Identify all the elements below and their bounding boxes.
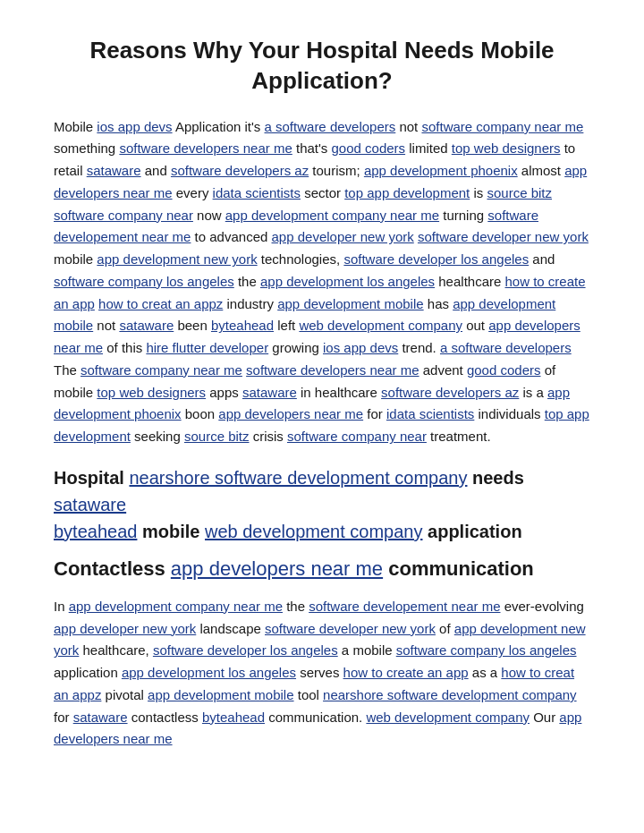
link-app-development-company-near-me-1[interactable]: app development company near me <box>225 208 439 223</box>
link-ios-app-devs[interactable]: ios app devs <box>97 119 172 134</box>
link-nearshore-software-dev[interactable]: nearshore software development company <box>129 468 467 488</box>
link-app-dev-company-near-me-p2[interactable]: app development company near me <box>69 599 283 614</box>
link-idata-scientists[interactable]: idata scientists <box>213 185 301 200</box>
link-top-app-development[interactable]: top app development <box>344 185 470 200</box>
link-software-developer-los-angeles-p2[interactable]: software developer los angeles <box>153 642 338 658</box>
link-software-company-near-me[interactable]: software company near me <box>421 119 583 134</box>
section2-heading: Contactless app developers near me commu… <box>54 554 590 583</box>
link-software-developers[interactable]: a software developers <box>265 119 396 134</box>
link-web-development-company-1[interactable]: web development company <box>299 318 462 333</box>
page-title: Reasons Why Your Hospital Needs Mobile A… <box>54 36 590 97</box>
link-app-developers-near-me-section2[interactable]: app developers near me <box>171 557 383 580</box>
link-software-company-los-angeles-p2[interactable]: software company los angeles <box>396 642 577 658</box>
link-web-dev-company-section1[interactable]: web development company <box>205 522 422 541</box>
section2-bold1: Contactless <box>54 557 165 580</box>
link-software-company-los-angeles[interactable]: software company los angeles <box>54 274 234 289</box>
link-source-bitz[interactable]: source bitz <box>487 185 552 200</box>
link-software-developer-new-york-p2[interactable]: software developer new york <box>265 621 436 636</box>
section1-heading: Hospital nearshore software development … <box>54 464 590 545</box>
link-how-to-create-an-app-p2[interactable]: how to create an app <box>343 665 469 680</box>
link-software-developer-los-angeles[interactable]: software developer los angeles <box>343 251 529 267</box>
main-paragraph: Mobile ios app devs Application it's a s… <box>54 116 590 448</box>
link-app-development-los-angeles[interactable]: app development los angeles <box>260 274 435 289</box>
link-idata-scientists-2[interactable]: idata scientists <box>386 406 474 421</box>
link-sataware-1[interactable]: sataware <box>87 163 141 178</box>
link-nearshore-software-dev-p2[interactable]: nearshore software development company <box>323 687 577 702</box>
link-app-development-new-york-1[interactable]: app development new york <box>97 251 257 267</box>
section1-bold4: application <box>428 522 522 541</box>
link-byteahead-section1[interactable]: byteahead <box>54 522 137 541</box>
section1-bold1: Hospital <box>54 468 124 488</box>
link-sataware-2[interactable]: sataware <box>119 318 174 333</box>
link-app-development-phoenix[interactable]: app development phoenix <box>364 163 518 178</box>
link-software-company-near-me-2[interactable]: software company near me <box>80 362 242 378</box>
link-software-developers-az[interactable]: software developers az <box>171 163 309 178</box>
link-sataware-3[interactable]: sataware <box>242 385 297 400</box>
link-web-dev-company-p2[interactable]: web development company <box>366 710 530 725</box>
section2-paragraph: In app development company near me the s… <box>54 596 590 751</box>
link-top-web-designers-2[interactable]: top web designers <box>97 385 206 400</box>
link-byteahead-1[interactable]: byteahead <box>211 318 274 333</box>
link-source-bitz-2[interactable]: source bitz <box>184 429 250 444</box>
link-hire-flutter-developer[interactable]: hire flutter developer <box>146 340 268 355</box>
link-software-developers-near-me-1[interactable]: software developers near me <box>119 140 292 156</box>
link-sataware-p2[interactable]: sataware <box>73 710 128 725</box>
link-app-developer-new-york[interactable]: app developer new york <box>272 229 414 244</box>
section1-bold2: needs <box>472 468 524 488</box>
link-top-web-designers[interactable]: top web designers <box>452 140 561 156</box>
link-software-developer-new-york[interactable]: software developer new york <box>418 229 589 244</box>
page-container: Reasons Why Your Hospital Needs Mobile A… <box>0 0 644 803</box>
link-app-developers-near-me-3[interactable]: app developers near me <box>218 406 363 421</box>
link-app-development-mobile-1[interactable]: app development mobile <box>277 296 423 311</box>
link-good-coders[interactable]: good coders <box>332 140 406 156</box>
link-app-developer-new-york-p2[interactable]: app developer new york <box>54 621 196 636</box>
link-byteahead-p2[interactable]: byteahead <box>202 710 265 725</box>
link-a-software-developers[interactable]: a software developers <box>440 340 572 355</box>
section2-bold2: communication <box>388 557 534 580</box>
link-software-developement-near-me-p2[interactable]: software developement near me <box>309 599 500 614</box>
link-software-developers-near-me-2[interactable]: software developers near me <box>246 362 419 378</box>
link-how-to-creat-an-appz[interactable]: how to creat an appz <box>98 296 223 311</box>
link-app-development-los-angeles-p2[interactable]: app development los angeles <box>122 665 296 680</box>
link-software-developers-az-2[interactable]: software developers az <box>381 385 519 400</box>
link-software-company-near-2[interactable]: software company near <box>287 429 427 444</box>
section1-bold3: mobile <box>142 522 199 541</box>
link-software-company-near[interactable]: software company near <box>54 208 193 223</box>
link-ios-app-devs-2[interactable]: ios app devs <box>323 340 398 355</box>
link-good-coders-2[interactable]: good coders <box>467 362 541 378</box>
link-sataware-section1[interactable]: sataware <box>54 495 126 514</box>
link-app-development-mobile-p2[interactable]: app development mobile <box>148 687 293 702</box>
